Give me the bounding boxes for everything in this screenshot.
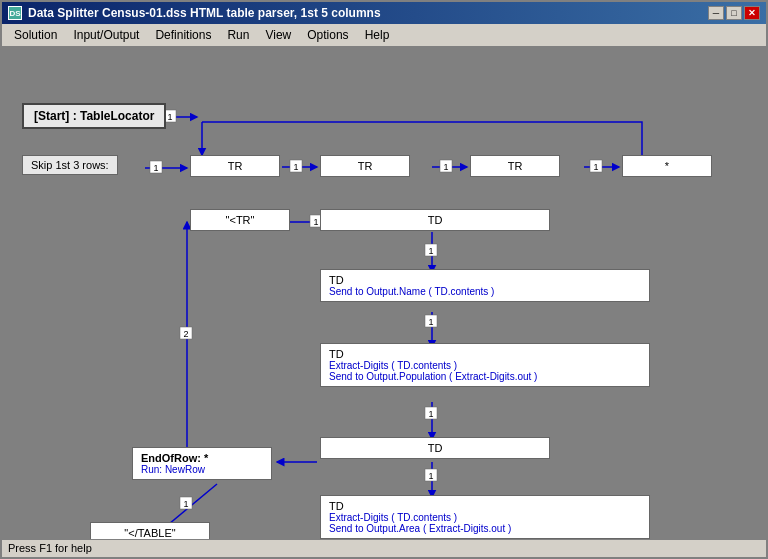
svg-rect-22 — [150, 161, 162, 173]
svg-text:1: 1 — [428, 471, 433, 481]
td2-title: TD — [329, 274, 641, 286]
tr1-node[interactable]: TR — [190, 155, 280, 177]
status-bar: Press F1 for help — [2, 539, 766, 557]
app-icon: DS — [8, 6, 22, 20]
svg-rect-26 — [425, 244, 437, 256]
window-title: Data Splitter Census-01.dss HTML table p… — [28, 6, 381, 20]
svg-rect-28 — [425, 315, 437, 327]
start-node[interactable]: [Start] : TableLocator — [22, 103, 166, 129]
td3-node[interactable]: TD Extract-Digits ( TD.contents ) Send t… — [320, 343, 650, 387]
star-node[interactable]: * — [622, 155, 712, 177]
svg-text:1: 1 — [428, 409, 433, 419]
menu-view[interactable]: View — [257, 26, 299, 44]
menu-definitions[interactable]: Definitions — [147, 26, 219, 44]
svg-text:1: 1 — [313, 217, 318, 227]
menu-run[interactable]: Run — [219, 26, 257, 44]
minimize-button[interactable]: ─ — [708, 6, 724, 20]
td2-node[interactable]: TD Send to Output.Name ( TD.contents ) — [320, 269, 650, 302]
menu-bar: Solution Input/Output Definitions Run Vi… — [2, 24, 766, 47]
td5-sub2: Send to Output.Area ( Extract-Digits.out… — [329, 523, 641, 534]
svg-rect-16 — [290, 160, 302, 172]
title-bar-left: DS Data Splitter Census-01.dss HTML tabl… — [8, 6, 381, 20]
menu-inputoutput[interactable]: Input/Output — [65, 26, 147, 44]
title-bar-controls: ─ □ ✕ — [708, 6, 760, 20]
menu-options[interactable]: Options — [299, 26, 356, 44]
flow-canvas[interactable]: 1 1 1 1 1 1 1 1 1 1 — [2, 47, 766, 539]
menu-solution[interactable]: Solution — [6, 26, 65, 44]
td3-sub1: Extract-Digits ( TD.contents ) — [329, 360, 641, 371]
tr2-node[interactable]: TR — [320, 155, 410, 177]
svg-rect-36 — [180, 497, 192, 509]
svg-text:1: 1 — [443, 162, 448, 172]
td1-node[interactable]: TD — [320, 209, 550, 231]
td5-node[interactable]: TD Extract-Digits ( TD.contents ) Send t… — [320, 495, 650, 539]
svg-rect-30 — [425, 407, 437, 419]
endofrow-node[interactable]: EndOfRow: * Run: NewRow — [132, 447, 272, 480]
str-tr-node[interactable]: "<TR" — [190, 209, 290, 231]
svg-text:1: 1 — [167, 112, 172, 122]
endofrow-sub: Run: NewRow — [141, 464, 263, 475]
svg-text:1: 1 — [153, 163, 158, 173]
svg-text:1: 1 — [428, 317, 433, 327]
td4-node[interactable]: TD — [320, 437, 550, 459]
td5-sub1: Extract-Digits ( TD.contents ) — [329, 512, 641, 523]
svg-rect-32 — [425, 469, 437, 481]
td3-sub2: Send to Output.Population ( Extract-Digi… — [329, 371, 641, 382]
svg-rect-20 — [590, 160, 602, 172]
maximize-button[interactable]: □ — [726, 6, 742, 20]
svg-rect-34 — [180, 327, 192, 339]
close-button[interactable]: ✕ — [744, 6, 760, 20]
skip-rows-node[interactable]: Skip 1st 3 rows: — [22, 155, 118, 175]
main-canvas: 1 1 1 1 1 1 1 1 1 1 — [2, 47, 766, 557]
td5-title: TD — [329, 500, 641, 512]
endofrow-title: EndOfRow: * — [141, 452, 263, 464]
svg-rect-18 — [440, 160, 452, 172]
td2-sub1: Send to Output.Name ( TD.contents ) — [329, 286, 641, 297]
svg-text:1: 1 — [428, 246, 433, 256]
tr3-node[interactable]: TR — [470, 155, 560, 177]
svg-text:1: 1 — [183, 499, 188, 509]
title-bar: DS Data Splitter Census-01.dss HTML tabl… — [2, 2, 766, 24]
svg-text:1: 1 — [293, 162, 298, 172]
svg-text:2: 2 — [183, 329, 188, 339]
status-text: Press F1 for help — [8, 542, 92, 554]
svg-text:1: 1 — [593, 162, 598, 172]
main-window: DS Data Splitter Census-01.dss HTML tabl… — [0, 0, 768, 559]
td3-title: TD — [329, 348, 641, 360]
menu-help[interactable]: Help — [357, 26, 398, 44]
